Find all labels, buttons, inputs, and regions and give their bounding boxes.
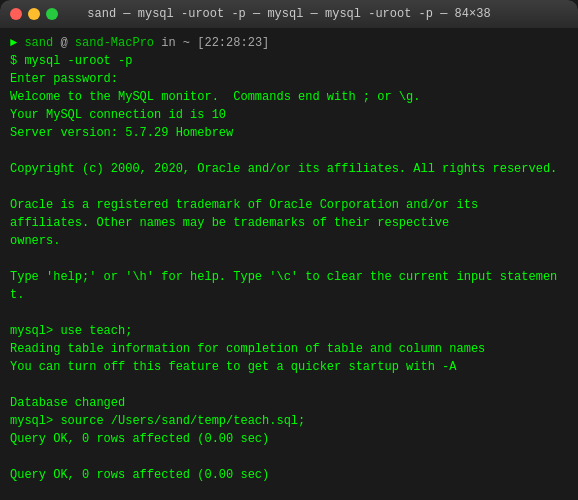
terminal-line: Oracle is a registered trademark of Orac…	[10, 196, 568, 214]
terminal-line: Type 'help;' or '\h' for help. Type '\c'…	[10, 268, 568, 304]
terminal-line	[10, 304, 568, 322]
terminal-line: Server version: 5.7.29 Homebrew	[10, 124, 568, 142]
terminal-line: affiliates. Other names may be trademark…	[10, 214, 568, 232]
terminal-line	[10, 250, 568, 268]
terminal-line: Query OK, 0 rows affected (0.00 sec)	[10, 430, 568, 448]
terminal-line: Welcome to the MySQL monitor. Commands e…	[10, 88, 568, 106]
terminal-line	[10, 484, 568, 500]
terminal-line: mysql> use teach;	[10, 322, 568, 340]
shell-prompt: ► sand @ sand-MacPro in ~ [22:28:23]	[10, 34, 568, 52]
terminal-line: Query OK, 0 rows affected (0.00 sec)	[10, 466, 568, 484]
terminal-line: Copyright (c) 2000, 2020, Oracle and/or …	[10, 160, 568, 178]
terminal-body[interactable]: ► sand @ sand-MacPro in ~ [22:28:23]$ my…	[0, 28, 578, 500]
window-controls[interactable]	[10, 8, 58, 20]
terminal-line	[10, 448, 568, 466]
terminal-line	[10, 142, 568, 160]
terminal-line	[10, 376, 568, 394]
maximize-button[interactable]	[46, 8, 58, 20]
terminal-line: Reading table information for completion…	[10, 340, 568, 358]
terminal-line: Database changed	[10, 394, 568, 412]
terminal-line: You can turn off this feature to get a q…	[10, 358, 568, 376]
title-bar: sand — mysql -uroot -p — mysql — mysql -…	[0, 0, 578, 28]
terminal-line: owners.	[10, 232, 568, 250]
terminal-line: $ mysql -uroot -p	[10, 52, 568, 70]
close-button[interactable]	[10, 8, 22, 20]
terminal-line: Your MySQL connection id is 10	[10, 106, 568, 124]
terminal-line: Enter password:	[10, 70, 568, 88]
window-title: sand — mysql -uroot -p — mysql — mysql -…	[87, 7, 490, 21]
minimize-button[interactable]	[28, 8, 40, 20]
terminal-line: mysql> source /Users/sand/temp/teach.sql…	[10, 412, 568, 430]
terminal-line	[10, 178, 568, 196]
